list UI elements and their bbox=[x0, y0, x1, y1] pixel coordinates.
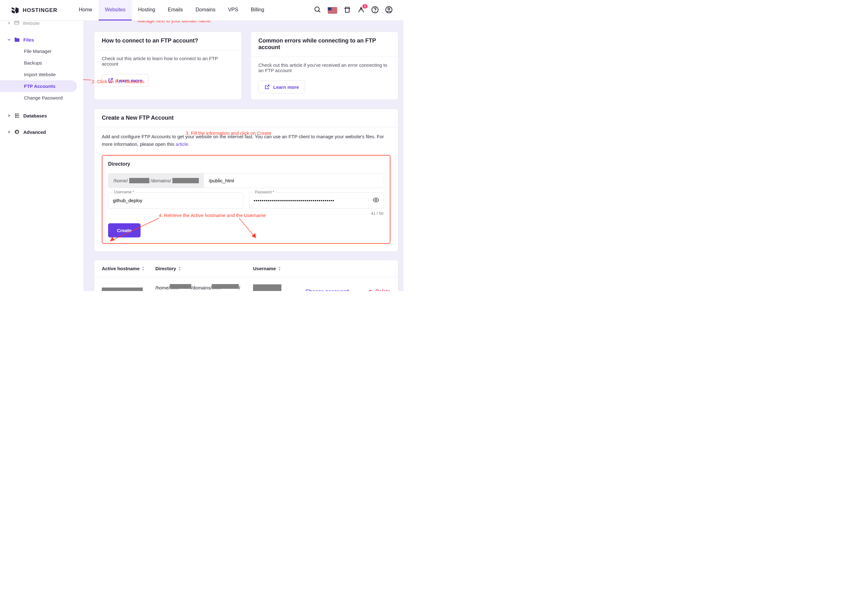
card-title: Common errors while connecting to an FTP… bbox=[251, 32, 398, 57]
annotation-4: 4. Retrieve the Active hostname and the … bbox=[159, 213, 266, 218]
sidebar-website-label: Website bbox=[23, 20, 40, 26]
sidebar-advanced-label: Advanced bbox=[23, 129, 46, 135]
svg-rect-7 bbox=[14, 21, 19, 24]
card-common-errors: Common errors while connecting to an FTP… bbox=[250, 32, 398, 100]
password-input[interactable] bbox=[249, 193, 384, 208]
svg-line-17 bbox=[83, 79, 92, 80]
username-label: Username * bbox=[113, 190, 135, 194]
sidebar-item-ftp-accounts[interactable]: FTP Accounts bbox=[0, 80, 77, 92]
sidebar-item-backups[interactable]: Backups bbox=[0, 57, 83, 68]
directory-input[interactable] bbox=[204, 173, 384, 188]
create-article-link[interactable]: article. bbox=[175, 141, 189, 147]
create-title: Create a New FTP Account bbox=[94, 109, 398, 127]
svg-point-6 bbox=[388, 8, 390, 10]
notifications-icon[interactable]: 1 bbox=[357, 6, 365, 15]
directory-prefix: /home/xxxxxxx/domains/xxxxxxxxxx bbox=[108, 173, 204, 188]
create-button[interactable]: Create bbox=[108, 223, 140, 237]
learn-more-button[interactable]: Learn more bbox=[258, 81, 305, 93]
annotation-3: 3. Fill the information and click on Cre… bbox=[186, 130, 271, 136]
card-body: Check out this article to learn how to c… bbox=[94, 50, 241, 72]
trash-icon bbox=[368, 289, 373, 291]
sidebar-item-change-password[interactable]: Change Password bbox=[0, 92, 83, 103]
sort-icon bbox=[178, 266, 181, 271]
main-nav: Home Websites Hosting Emails Domains VPS… bbox=[72, 0, 270, 20]
card-body: Check out this article if you've receive… bbox=[251, 57, 398, 79]
sort-icon bbox=[142, 266, 145, 271]
delete-link[interactable]: Delete bbox=[368, 289, 390, 291]
username-field-wrap: Username * bbox=[108, 192, 243, 208]
sidebar-group-files[interactable]: Files bbox=[0, 34, 83, 46]
annotation-1: 1. You are on Websites and you click on … bbox=[130, 21, 219, 24]
help-icon[interactable] bbox=[371, 6, 379, 15]
brand-mark-icon bbox=[11, 6, 20, 15]
language-flag-us[interactable] bbox=[328, 7, 337, 14]
create-form-highlight: Directory /home/xxxxxxx/domains/xxxxxxxx… bbox=[102, 155, 390, 244]
search-icon[interactable] bbox=[314, 6, 322, 15]
nav-home[interactable]: Home bbox=[72, 0, 99, 20]
th-directory[interactable]: Directory bbox=[156, 266, 253, 271]
database-icon bbox=[14, 113, 20, 119]
nav-hosting[interactable]: Hosting bbox=[132, 0, 161, 20]
toggle-password-icon[interactable] bbox=[372, 196, 380, 205]
sidebar: Website Files File Manager Backups Impor… bbox=[0, 21, 83, 291]
create-desc: Add and configure FTP Accounts to get yo… bbox=[102, 134, 384, 147]
redacted-username bbox=[253, 284, 281, 291]
gear-icon bbox=[14, 129, 20, 135]
card-how-to-connect: How to connect to an FTP account? Check … bbox=[94, 32, 242, 100]
nav-vps[interactable]: VPS bbox=[222, 0, 244, 20]
directory-label: Directory bbox=[102, 155, 390, 169]
username-input[interactable] bbox=[108, 193, 243, 208]
card-title: How to connect to an FTP account? bbox=[94, 32, 241, 50]
sidebar-item-import[interactable]: Import Website bbox=[0, 68, 83, 80]
ftp-accounts-table: Active hostname Directory Username /home… bbox=[94, 260, 398, 291]
sort-icon bbox=[278, 266, 281, 271]
svg-line-1 bbox=[319, 11, 320, 12]
brand-text: HOSTINGER bbox=[23, 7, 57, 14]
redacted-hostname bbox=[102, 287, 143, 291]
svg-point-0 bbox=[315, 7, 319, 11]
nav-billing[interactable]: Billing bbox=[244, 0, 271, 20]
nav-emails[interactable]: Emails bbox=[162, 0, 189, 20]
folder-icon bbox=[14, 37, 20, 43]
brand-logo[interactable]: HOSTINGER bbox=[11, 6, 57, 15]
password-label: Password * bbox=[254, 190, 275, 194]
sidebar-group-advanced[interactable]: Advanced bbox=[0, 126, 83, 138]
sidebar-item-file-manager[interactable]: File Manager bbox=[0, 46, 83, 57]
nav-domains[interactable]: Domains bbox=[189, 0, 222, 20]
notifications-badge: 1 bbox=[362, 4, 368, 9]
nav-websites[interactable]: Websites bbox=[99, 0, 132, 20]
row-directory: /home/xxxx/domains/xxxx/public_html bbox=[156, 284, 253, 291]
sidebar-databases-label: Databases bbox=[23, 113, 47, 119]
sidebar-group-databases[interactable]: Databases bbox=[0, 110, 83, 121]
table-row: /home/xxxx/domains/xxxx/public_html Chan… bbox=[94, 277, 398, 291]
th-username[interactable]: Username bbox=[253, 266, 303, 271]
svg-point-4 bbox=[375, 11, 375, 12]
sidebar-group-website[interactable]: Website bbox=[0, 20, 83, 26]
change-password-link[interactable]: Change password bbox=[305, 289, 349, 291]
external-link-icon bbox=[264, 84, 270, 90]
annotation-2: 2. Click on FTP Accounts bbox=[92, 79, 144, 84]
th-active-hostname[interactable]: Active hostname bbox=[102, 266, 156, 271]
sidebar-files-label: Files bbox=[23, 37, 34, 43]
password-field-wrap: Password * bbox=[249, 192, 384, 208]
store-icon[interactable] bbox=[343, 6, 351, 15]
account-icon[interactable] bbox=[385, 6, 393, 15]
svg-point-23 bbox=[375, 199, 377, 201]
